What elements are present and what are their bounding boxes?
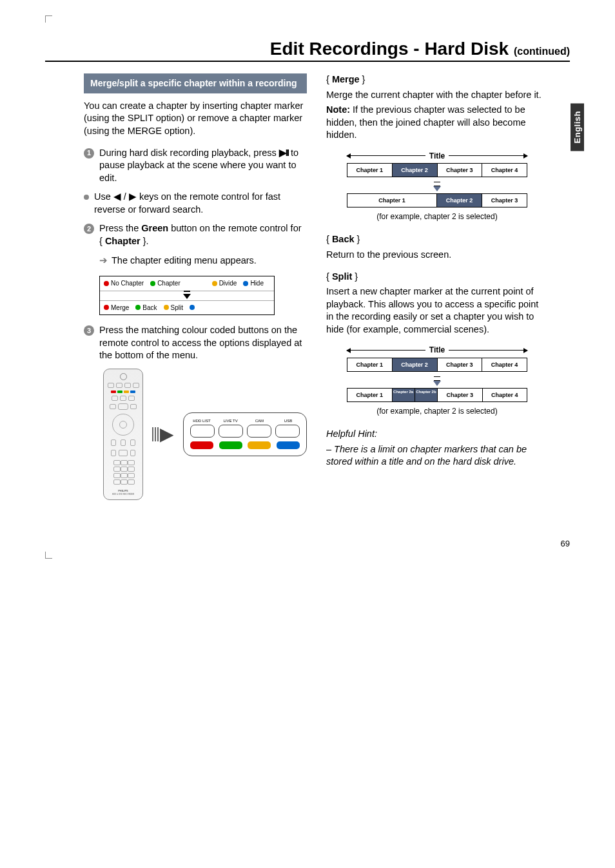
chapter-cell: Chapter 1	[347, 358, 393, 371]
zoom-label-cam: CAM	[248, 418, 271, 423]
helpful-hint-text: – There is a limit on chapter markers th…	[326, 443, 548, 468]
remote-control-icon: PHILIPS HDD & DVD RECORDER	[103, 369, 143, 500]
step2-green: Green	[141, 223, 168, 233]
chapter-cell: Chapter 1	[347, 164, 393, 177]
merge-diagram: Title Chapter 1Chapter 2Chapter 3Chapter…	[347, 151, 527, 207]
crop-mark-top-left	[45, 15, 52, 23]
red-button-icon	[190, 441, 213, 449]
down-arrow-icon	[433, 381, 441, 386]
step2-a: Press the	[99, 223, 141, 233]
step-number-1: 1	[84, 148, 94, 159]
title-continued: (continued)	[514, 46, 570, 57]
blue-dot-icon	[190, 305, 195, 310]
osd-no-chapter: No Chapter	[111, 279, 144, 288]
chapter-cell: Chapter 3	[438, 358, 483, 371]
step2-result: The chapter editing menu appears.	[99, 255, 307, 267]
red-dot-icon	[104, 305, 109, 310]
title-label: Title	[429, 345, 445, 355]
step-number-3: 3	[84, 325, 94, 336]
split-heading: Split	[332, 271, 352, 282]
zoom-label-usb: USB	[277, 418, 300, 423]
merge-heading-line: { Merge }	[326, 73, 548, 86]
section-heading: Merge/split a specific chapter within a …	[84, 73, 307, 93]
step1-text-a: During hard disk recording playback, pre…	[99, 148, 279, 158]
zoom-btn	[190, 425, 215, 438]
page-number: 69	[45, 539, 570, 548]
helpful-hint-heading: Helpful Hint:	[326, 428, 548, 441]
green-dot-icon	[135, 305, 141, 310]
bullet-text: Use ◀ / ▶ keys on the remote control for…	[94, 191, 307, 216]
yellow-button-icon	[248, 441, 271, 449]
step-1: 1 During hard disk recording playback, p…	[84, 147, 307, 185]
chapter-cell: Chapter 2a	[393, 389, 415, 401]
page-title: Edit Recordings - Hard Disk (continued)	[45, 39, 570, 62]
chapter-cell: Chapter 4	[483, 389, 527, 401]
merge-heading: Merge	[332, 74, 360, 84]
split-heading-line: { Split }	[326, 271, 548, 284]
merge-example-note: (for example, chapter 2 is selected)	[326, 211, 548, 222]
merge-note: Note: If the previous chapter was select…	[326, 104, 548, 142]
step-3: 3 Press the matching colour coded button…	[84, 324, 307, 362]
split-example-note: (for example, chapter 2 is selected)	[326, 406, 548, 416]
chapter-cell: Chapter 3	[438, 164, 483, 177]
play-pause-icon: ▶II	[279, 148, 288, 158]
osd-back: Back	[142, 304, 157, 313]
title-main: Edit Recordings - Hard Disk	[270, 39, 514, 59]
zoom-label-hdd: HDD LIST	[190, 418, 213, 423]
osd-hide: Hide	[250, 279, 264, 288]
back-heading-line: { Back }	[326, 233, 548, 246]
chapter-cell: Chapter 2	[393, 358, 438, 371]
zoom-btn	[275, 425, 300, 438]
chapter-cell: Chapter 4	[482, 358, 527, 371]
osd-split: Split	[171, 304, 183, 313]
merge-note-label: Note:	[326, 104, 350, 115]
title-label: Title	[429, 151, 445, 161]
language-tab: English	[571, 103, 584, 151]
bullet-icon	[84, 195, 89, 200]
split-desc: Insert a new chapter marker at the curre…	[326, 285, 548, 336]
down-arrow-icon	[433, 186, 441, 191]
left-column: Merge/split a specific chapter within a …	[84, 73, 307, 500]
step-number-2: 2	[84, 224, 94, 234]
chapter-cell: Chapter 3	[438, 389, 483, 401]
step3-text: Press the matching colour coded buttons …	[99, 324, 307, 362]
green-button-icon	[219, 441, 242, 449]
chapter-marker-icon	[183, 294, 191, 299]
green-dot-icon	[150, 281, 155, 286]
chapter-cell: Chapter 3	[482, 194, 527, 207]
yellow-dot-icon	[212, 281, 217, 286]
step-2: 2 Press the Green button on the remote c…	[84, 222, 307, 247]
back-heading: Back	[332, 234, 355, 244]
osd-divide: Divide	[219, 279, 237, 288]
chapter-cell: Chapter 1	[347, 194, 437, 207]
remote-subtitle: HDD & DVD RECORDER	[112, 493, 135, 496]
chapter-cell: Chapter 2	[393, 164, 438, 177]
chapter-cell: Chapter 2b	[415, 389, 438, 401]
step2-chapter: Chapter	[105, 236, 141, 246]
osd-chapter: Chapter	[157, 279, 181, 288]
crop-mark-bottom-left	[45, 552, 52, 559]
zoom-btn	[219, 425, 243, 438]
bullet-nav-keys: Use ◀ / ▶ keys on the remote control for…	[84, 191, 307, 216]
step2-c: }.	[141, 236, 149, 246]
back-desc: Return to the previous screen.	[326, 249, 548, 262]
osd-merge: Merge	[111, 304, 129, 313]
chapter-cell: Chapter 4	[482, 164, 527, 177]
yellow-dot-icon	[164, 305, 169, 310]
remote-zoom-panel: HDD LIST LIVE TV CAM USB	[183, 412, 307, 456]
intro-paragraph: You can create a chapter by inserting ch…	[84, 100, 307, 138]
merge-note-text: If the previous chapter was selected to …	[326, 104, 526, 140]
right-column: { Merge } Merge the current chapter with…	[326, 73, 548, 500]
split-diagram: Title Chapter 1Chapter 2Chapter 3Chapter…	[347, 345, 527, 401]
remote-illustration: PHILIPS HDD & DVD RECORDER ▶ HDD LIST LI…	[103, 369, 307, 500]
chapter-cell: Chapter 2	[437, 194, 482, 207]
merge-desc: Merge the current chapter with the chapt…	[326, 89, 548, 102]
blue-dot-icon	[243, 281, 248, 286]
zoom-arrow-icon: ▶	[152, 422, 174, 447]
zoom-btn	[247, 425, 271, 438]
chapter-cell: Chapter 1	[347, 389, 393, 401]
blue-button-icon	[277, 441, 300, 449]
red-dot-icon	[104, 281, 109, 286]
zoom-label-live: LIVE TV	[219, 418, 242, 423]
chapter-edit-osd: No Chapter Chapter Divide Hide Merge Bac…	[99, 276, 275, 315]
